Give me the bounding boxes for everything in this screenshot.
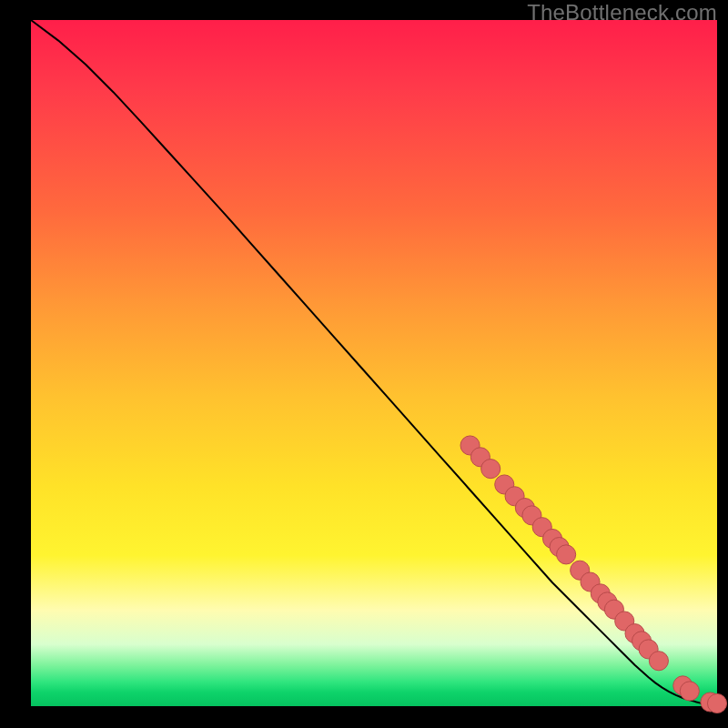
data-marker (707, 693, 726, 713)
data-marker (557, 545, 576, 564)
chart-overlay (31, 20, 717, 706)
data-marker (680, 682, 699, 701)
plot-area (31, 20, 717, 706)
data-marker (649, 652, 668, 671)
chart-stage: TheBottleneck.com (0, 0, 728, 728)
data-markers (460, 436, 727, 713)
data-marker (481, 460, 500, 479)
